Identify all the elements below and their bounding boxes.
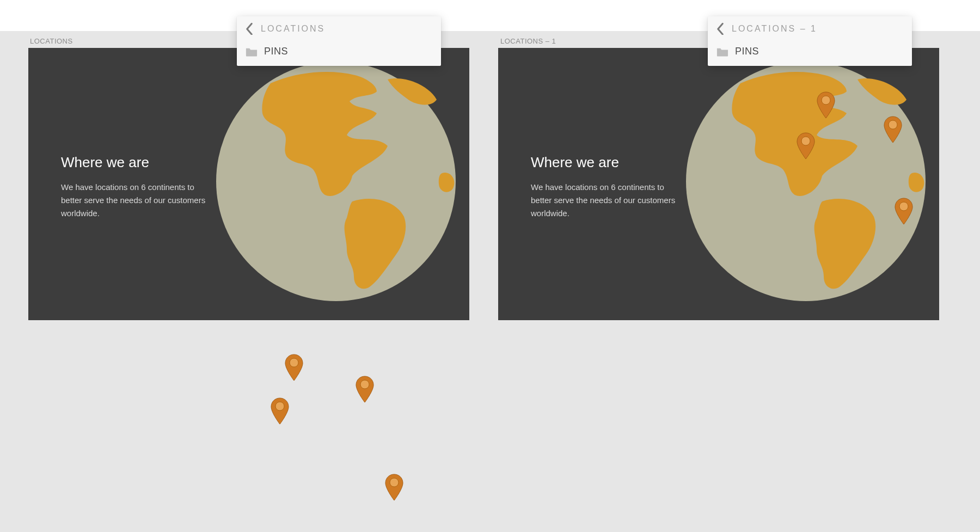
layer-row-pins[interactable]: PINS xyxy=(237,40,441,66)
folder-icon xyxy=(246,47,258,57)
svg-point-3 xyxy=(801,137,810,145)
text-block: Where we are We have locations on 6 cont… xyxy=(61,154,213,220)
panel-breadcrumb[interactable]: LOCATIONS – 1 xyxy=(732,24,817,34)
svg-point-7 xyxy=(360,380,369,389)
frame-locations[interactable]: Where we are We have locations on 6 cont… xyxy=(28,48,469,320)
layer-row-pins[interactable]: PINS xyxy=(708,40,912,66)
body-text: We have locations on 6 continents to bet… xyxy=(531,181,683,220)
map-pin-icon[interactable] xyxy=(384,474,404,501)
heading-where-we-are: Where we are xyxy=(531,154,683,171)
folder-icon xyxy=(716,47,728,57)
panel-breadcrumb[interactable]: LOCATIONS xyxy=(261,24,325,34)
map-pin-icon[interactable] xyxy=(816,91,836,119)
heading-where-we-are: Where we are xyxy=(61,154,213,171)
layer-panel-locations[interactable]: LOCATIONS PINS xyxy=(237,16,441,66)
text-block: Where we are We have locations on 6 cont… xyxy=(531,154,683,220)
back-icon[interactable] xyxy=(246,25,253,33)
svg-point-2 xyxy=(822,96,830,105)
frame-label-locations[interactable]: LOCATIONS xyxy=(30,37,73,45)
panel-header: LOCATIONS – 1 xyxy=(708,16,912,40)
map-pin-icon[interactable] xyxy=(796,132,816,160)
layer-name: PINS xyxy=(735,46,759,57)
frame-locations-1[interactable]: Where we are We have locations on 6 cont… xyxy=(498,48,939,320)
map-pin-icon[interactable] xyxy=(284,354,304,381)
map-pin-icon[interactable] xyxy=(894,198,914,225)
panel-header: LOCATIONS xyxy=(237,16,441,40)
layer-panel-locations-1[interactable]: LOCATIONS – 1 PINS xyxy=(708,16,912,66)
body-text: We have locations on 6 continents to bet… xyxy=(61,181,213,220)
svg-point-4 xyxy=(889,120,897,129)
map-pin-icon[interactable] xyxy=(883,116,903,143)
svg-point-8 xyxy=(275,402,284,411)
back-icon[interactable] xyxy=(716,25,724,33)
globe-illustration xyxy=(213,59,458,304)
svg-point-9 xyxy=(390,478,399,487)
map-pin-icon[interactable] xyxy=(355,376,375,403)
svg-point-5 xyxy=(899,202,908,211)
frame-label-locations-1[interactable]: LOCATIONS – 1 xyxy=(500,37,556,45)
globe-illustration xyxy=(683,59,928,304)
svg-point-6 xyxy=(290,358,298,367)
map-pin-icon[interactable] xyxy=(270,398,290,425)
layer-name: PINS xyxy=(264,46,288,57)
